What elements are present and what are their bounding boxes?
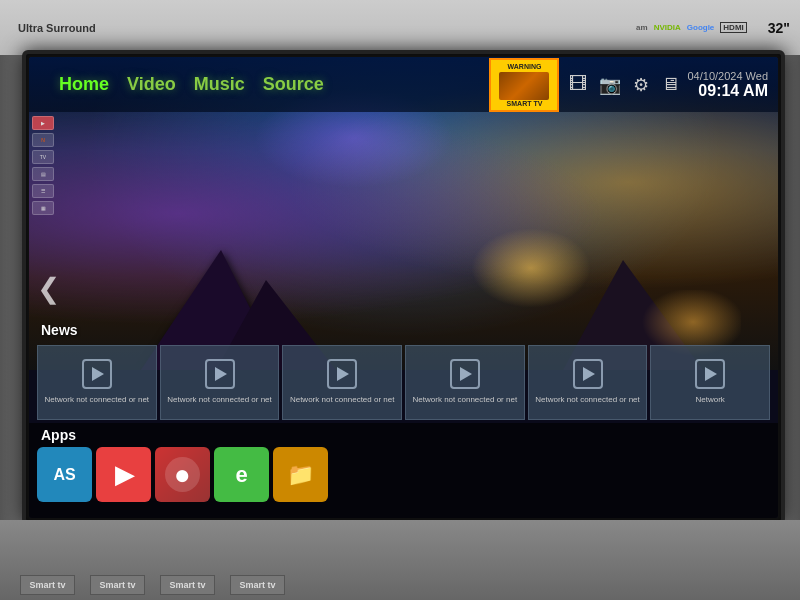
top-right-icons: 🎞 📷 ⚙ 🖥 (569, 74, 679, 96)
apps-section: Apps AS ▶ ● e 📁 (29, 423, 778, 518)
display-icon[interactable]: 🖥 (661, 74, 679, 95)
datetime-display: 04/10/2024 Wed 09:14 AM (687, 70, 768, 100)
play-icon-3 (327, 359, 357, 389)
store-top-area: Ultra Surround am NVIDIA Google HDMI 32" (0, 0, 800, 55)
news-label-3: Network not connected or net (283, 393, 401, 406)
app-icon-3[interactable]: ● (155, 447, 210, 502)
sidebar-icon-4[interactable]: ▤ (32, 167, 54, 181)
warning-badge: WARNING SMART TV (489, 58, 559, 112)
sidebar-icon-1[interactable]: ▶ (32, 116, 54, 130)
warning-thumbnail (499, 72, 549, 100)
nav-items: Home Video Music Source (59, 74, 479, 95)
play-icon-6 (695, 359, 725, 389)
apps-title: Apps (29, 423, 778, 445)
glow-effect (471, 228, 591, 308)
warning-title: WARNING (499, 63, 549, 70)
news-label-2: Network not connected or net (161, 393, 279, 406)
nav-home[interactable]: Home (59, 74, 109, 95)
nav-source[interactable]: Source (263, 74, 324, 95)
play-icon-2 (205, 359, 235, 389)
news-card-3[interactable]: Network not connected or net (282, 345, 402, 420)
store-box-1: Smart tv (20, 575, 75, 595)
apps-grid: AS ▶ ● e 📁 (29, 445, 778, 504)
news-grid: Network not connected or net Network not… (29, 342, 778, 423)
sidebar-icon-2[interactable]: N (32, 133, 54, 147)
sidebar-icons: ▶ N TV ▤ ☰ ▦ (29, 112, 57, 219)
nav-music[interactable]: Music (194, 74, 245, 95)
news-title: News (29, 318, 778, 342)
film-icon[interactable]: 🎞 (569, 74, 587, 95)
news-card-5[interactable]: Network not connected or net (528, 345, 648, 420)
scene-background: Ultra Surround am NVIDIA Google HDMI 32" (0, 0, 800, 600)
ultra-surround-label: Ultra Surround (18, 22, 96, 34)
news-card-2[interactable]: Network not connected or net (160, 345, 280, 420)
news-section: News Network not connected or net Networ… (29, 318, 778, 423)
app-icon-2[interactable]: ▶ (96, 447, 151, 502)
play-icon-5 (573, 359, 603, 389)
time-display: 09:14 AM (687, 82, 768, 100)
app-icon-5[interactable]: 📁 (273, 447, 328, 502)
store-box-4: Smart tv (230, 575, 285, 595)
news-label-4: Network not connected or net (406, 393, 524, 406)
news-card-6[interactable]: Network (650, 345, 770, 420)
tv-screen: ▶ N TV ▤ ☰ ▦ Home Video Music Source WAR… (29, 57, 778, 518)
sidebar-icon-6[interactable]: ▦ (32, 201, 54, 215)
app-icon-1[interactable]: AS (37, 447, 92, 502)
date-display: 04/10/2024 Wed (687, 70, 768, 82)
app-icon-4[interactable]: e (214, 447, 269, 502)
warning-subtitle: SMART TV (499, 100, 549, 107)
left-nav-arrow[interactable]: ❮ (37, 271, 60, 304)
navigation-bar: Home Video Music Source WARNING SMART TV… (29, 57, 778, 112)
store-box-3: Smart tv (160, 575, 215, 595)
news-label-6: Network (651, 393, 769, 406)
sidebar-icon-5[interactable]: ☰ (32, 184, 54, 198)
camera-icon[interactable]: 📷 (599, 74, 621, 96)
store-box-2: Smart tv (90, 575, 145, 595)
settings-icon[interactable]: ⚙ (633, 74, 649, 96)
tv-frame: ▶ N TV ▤ ☰ ▦ Home Video Music Source WAR… (22, 50, 785, 525)
size-label: 32" (768, 20, 790, 36)
news-card-4[interactable]: Network not connected or net (405, 345, 525, 420)
news-label-1: Network not connected or net (38, 393, 156, 406)
nav-video[interactable]: Video (127, 74, 176, 95)
play-icon-4 (450, 359, 480, 389)
news-label-5: Network not connected or net (529, 393, 647, 406)
news-card-1[interactable]: Network not connected or net (37, 345, 157, 420)
play-icon-1 (82, 359, 112, 389)
store-bottom-area: Smart tv Smart tv Smart tv Smart tv (0, 520, 800, 600)
sidebar-icon-3[interactable]: TV (32, 150, 54, 164)
